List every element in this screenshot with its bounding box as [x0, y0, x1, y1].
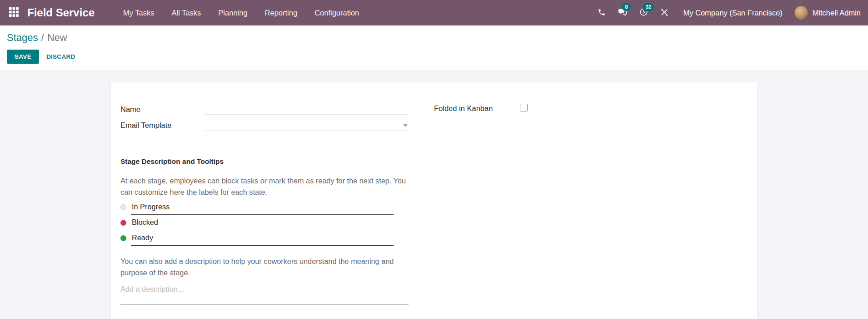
navbar-systray: 8 32 My Company (San Francisco) — [591, 0, 862, 25]
chevron-down-icon[interactable] — [403, 124, 408, 127]
debug-tools-button[interactable] — [654, 0, 675, 25]
description-underline — [120, 304, 409, 305]
avatar — [794, 6, 808, 20]
state-row-ready — [120, 231, 394, 246]
nav-item-planning[interactable]: Planning — [210, 0, 256, 25]
section-heading: Stage Description and Tooltips — [120, 157, 758, 166]
apps-menu-button[interactable] — [5, 0, 22, 25]
content-area: Name Email Template Folded in Kanban — [0, 71, 868, 319]
breadcrumb: Stages/New — [7, 32, 868, 44]
phone-icon — [598, 8, 606, 18]
section-separator — [120, 169, 740, 169]
state-row-in-progress — [120, 200, 394, 215]
messages-button[interactable]: 8 — [612, 0, 633, 25]
user-menu[interactable]: Mitchell Admin — [794, 6, 862, 20]
folded-in-kanban-label: Folded in Kanban — [434, 103, 520, 114]
app-title[interactable]: Field Service — [27, 6, 95, 19]
voip-phone-button[interactable] — [591, 0, 612, 25]
save-button[interactable]: SAVE — [7, 50, 39, 64]
nav-item-my-tasks[interactable]: My Tasks — [115, 0, 163, 25]
in-progress-state-icon — [120, 204, 126, 210]
name-input[interactable] — [205, 104, 409, 115]
name-field-row: Name — [120, 103, 409, 115]
email-template-field-row: Email Template — [120, 119, 409, 131]
kanban-state-labels — [120, 200, 758, 246]
description-placeholder: Add a description... — [120, 285, 758, 294]
name-label: Name — [120, 105, 205, 115]
top-navbar: Field Service My Tasks All Tasks Plannin… — [0, 0, 868, 25]
state-row-blocked — [120, 215, 394, 231]
breadcrumb-stages[interactable]: Stages — [7, 32, 38, 43]
main-menu: My Tasks All Tasks Planning Reporting Co… — [115, 0, 368, 25]
tools-icon — [660, 8, 668, 18]
breadcrumb-current: New — [47, 32, 67, 43]
section-outro-text: You can also add a description to help y… — [120, 256, 413, 278]
folded-in-kanban-checkbox[interactable] — [520, 104, 528, 111]
breadcrumb-separator: / — [38, 32, 47, 43]
company-switcher[interactable]: My Company (San Francisco) — [683, 9, 782, 17]
stage-description-section: Stage Description and Tooltips At each s… — [120, 157, 758, 305]
user-name: Mitchell Admin — [813, 9, 861, 17]
section-intro-text: At each stage, employees can block tasks… — [120, 175, 413, 197]
email-template-input[interactable] — [205, 120, 409, 131]
description-input[interactable]: Add a description... — [120, 285, 758, 305]
apps-grid-icon — [8, 6, 20, 19]
messages-badge: 8 — [622, 3, 631, 11]
blocked-state-icon — [120, 220, 126, 226]
activities-badge: 32 — [643, 3, 654, 11]
in-progress-label-input[interactable] — [131, 203, 394, 215]
control-panel: Stages/New SAVE DISCARD — [0, 25, 868, 71]
folded-field-row: Folded in Kanban — [434, 103, 528, 114]
email-template-label: Email Template — [120, 121, 205, 131]
ready-state-icon — [120, 235, 126, 241]
ready-label-input[interactable] — [131, 233, 394, 246]
discard-button[interactable]: DISCARD — [46, 53, 75, 60]
control-panel-buttons: SAVE DISCARD — [7, 50, 868, 64]
activities-button[interactable]: 32 — [633, 0, 654, 25]
blocked-label-input[interactable] — [131, 218, 394, 230]
nav-item-configuration[interactable]: Configuration — [306, 0, 368, 25]
stage-form-card: Name Email Template Folded in Kanban — [110, 82, 758, 319]
nav-item-reporting[interactable]: Reporting — [256, 0, 306, 25]
nav-item-all-tasks[interactable]: All Tasks — [163, 0, 210, 25]
